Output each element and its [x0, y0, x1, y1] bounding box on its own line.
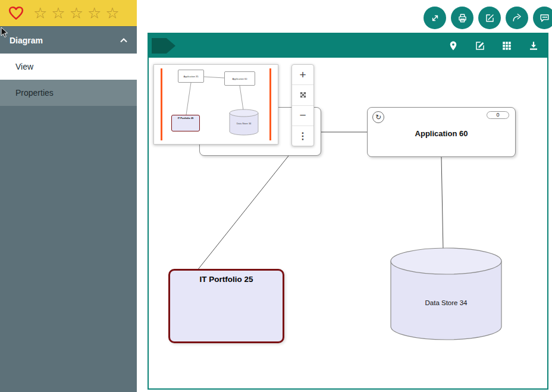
diagram-canvas[interactable]: ↻ 0 Application 60 IT Portfolio 25 Data …	[149, 58, 547, 388]
grid-view-icon[interactable]	[501, 40, 512, 51]
location-pin-icon[interactable]	[448, 40, 459, 51]
flag-arrow-icon	[152, 38, 175, 54]
edit-diagram-icon[interactable]	[475, 40, 485, 51]
section-label: Diagram	[10, 36, 43, 45]
star-icon[interactable]: ☆	[33, 5, 47, 21]
share-forward-icon	[512, 12, 523, 24]
comment-icon	[539, 12, 550, 24]
viewer-toolbar	[149, 34, 547, 58]
more-options-button[interactable]: ⋮	[292, 126, 313, 146]
fit-screen-button[interactable]	[292, 84, 313, 105]
fullscreen-button[interactable]	[424, 7, 446, 29]
fullscreen-icon	[429, 12, 441, 24]
star-icon[interactable]: ☆	[87, 5, 101, 21]
edit-icon	[484, 12, 495, 24]
edit-button[interactable]	[478, 7, 501, 29]
minimap-node: Application 35	[178, 70, 204, 83]
node-data-store-34[interactable]: Data Store 34	[390, 247, 503, 342]
sidebar: ☆ ☆ ☆ ☆ ☆ Diagram View Properties	[0, 0, 137, 392]
sidebar-section-diagram[interactable]: Diagram	[0, 26, 137, 54]
star-icon[interactable]: ☆	[51, 5, 65, 21]
star-icon[interactable]: ☆	[105, 5, 119, 21]
app-window: ☆ ☆ ☆ ☆ ☆ Diagram View Properties	[0, 0, 552, 392]
zoom-controls: + − ⋮	[291, 64, 314, 146]
diagram-viewer: ↻ 0 Application 60 IT Portfolio 25 Data …	[148, 33, 548, 390]
sidebar-item-properties[interactable]: Properties	[0, 80, 137, 106]
top-action-bar	[424, 7, 552, 29]
download-icon[interactable]	[528, 40, 539, 51]
node-application-60[interactable]: ↻ 0 Application 60	[367, 107, 516, 157]
minimap-node: IT Portfolio 25	[171, 115, 200, 131]
minimap-node-cylinder: Data Store 34	[229, 109, 259, 136]
minimap-node: Application 60	[224, 71, 255, 86]
node-label: IT Portfolio 25	[170, 275, 283, 284]
sidebar-item-label: Properties	[15, 88, 54, 98]
sidebar-item-label: View	[15, 62, 33, 71]
node-label: Application 60	[368, 129, 515, 138]
star-icon[interactable]: ☆	[70, 5, 83, 21]
favorites-bar: ☆ ☆ ☆ ☆ ☆	[0, 0, 137, 26]
zoom-out-button[interactable]: −	[292, 105, 313, 126]
node-badge: 0	[487, 111, 509, 119]
node-it-portfolio-25[interactable]: IT Portfolio 25	[168, 269, 284, 343]
node-label: Data Store 34	[425, 299, 468, 306]
zoom-in-button[interactable]: +	[292, 65, 313, 84]
sidebar-item-view[interactable]: View	[0, 54, 137, 80]
fit-screen-icon	[299, 90, 308, 99]
svg-text:Data Store 34: Data Store 34	[237, 122, 252, 125]
component-icon: ↻	[372, 111, 384, 123]
chevron-up-icon	[120, 38, 127, 43]
heart-icon[interactable]	[8, 6, 24, 20]
print-button[interactable]	[451, 7, 473, 29]
minimap-edges	[154, 65, 279, 145]
minimap-panel[interactable]: Application 35 Application 60 IT Portfol…	[153, 64, 278, 145]
star-rating: ☆ ☆ ☆ ☆ ☆	[33, 5, 120, 21]
print-icon	[457, 12, 468, 24]
comment-button[interactable]	[533, 7, 552, 29]
share-button[interactable]	[506, 7, 528, 29]
